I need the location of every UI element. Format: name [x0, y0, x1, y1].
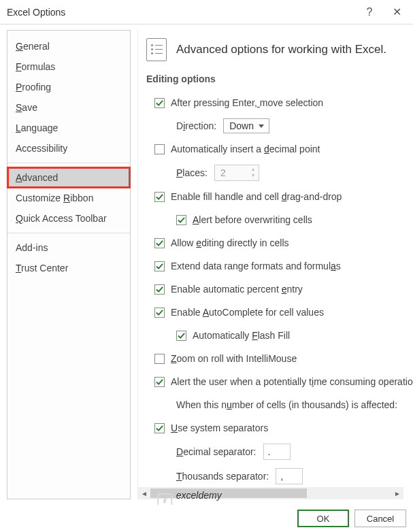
decimal-sep-input[interactable]: .: [263, 444, 291, 460]
checkbox[interactable]: [176, 331, 186, 341]
label: Direction:: [176, 120, 216, 131]
options-icon: [146, 38, 167, 61]
thousands-sep-input[interactable]: ,: [276, 468, 303, 484]
help-button[interactable]: ?: [356, 2, 383, 22]
dialog-title: Excel Options: [7, 7, 356, 18]
label: Thousands separator:: [176, 471, 269, 482]
label: Alert before overwriting cells: [193, 214, 312, 225]
sidebar-separator: [7, 233, 130, 233]
scroll-thumb[interactable]: [150, 488, 307, 498]
section-title: Editing options: [146, 73, 413, 86]
label: Use system separators: [171, 422, 268, 433]
checkbox[interactable]: [176, 215, 186, 225]
sidebar-item-trust-center[interactable]: Trust Center: [7, 258, 130, 278]
label: Automatically Flash Fill: [193, 330, 290, 341]
spin-down-icon[interactable]: ▼: [249, 173, 257, 179]
cancel-button[interactable]: Cancel: [354, 510, 406, 527]
opt-direction: Direction:Down: [146, 118, 413, 133]
sidebar-item-quick-access-toolbar[interactable]: Quick Access Toolbar: [7, 208, 130, 229]
checkbox[interactable]: [154, 284, 165, 295]
label: Automatically insert a decimal point: [171, 144, 320, 154]
sidebar-item-general[interactable]: General: [7, 36, 130, 56]
sidebar-item-language[interactable]: Language: [7, 118, 130, 138]
sidebar-item-formulas[interactable]: Formulas: [7, 56, 130, 77]
label: Enable automatic percent entry: [171, 284, 303, 295]
scroll-right-arrow-icon[interactable]: ►: [391, 487, 403, 499]
label: Decimal separator:: [176, 446, 257, 457]
sidebar-item-save[interactable]: Save: [7, 97, 130, 118]
checkbox[interactable]: [154, 354, 165, 364]
sidebar-item-advanced[interactable]: Advanced: [7, 167, 130, 188]
label: Places:: [176, 167, 208, 178]
direction-dropdown[interactable]: Down: [223, 118, 269, 133]
checkbox[interactable]: [154, 192, 165, 202]
scroll-area[interactable]: Advanced options for working with Excel.…: [138, 30, 413, 487]
scroll-left-arrow-icon[interactable]: ◄: [138, 487, 150, 499]
opt-fill-handle: Enable fill handle and cell drag-and-dro…: [146, 189, 413, 204]
category-sidebar: GeneralFormulasProofingSaveLanguageAcces…: [7, 30, 131, 499]
sidebar-item-customize-ribbon[interactable]: Customize Ribbon: [7, 188, 130, 208]
sidebar-item-add-ins[interactable]: Add-ins: [7, 237, 130, 258]
titlebar: Excel Options ? ✕: [0, 0, 413, 24]
opt-sys-sep: Use system separators: [146, 420, 413, 435]
label: Alert the user when a potentially time c…: [171, 376, 413, 387]
opt-thousands-sep: Thousands separator:,: [146, 468, 413, 484]
checkbox[interactable]: [154, 261, 165, 271]
sidebar-separator: [7, 163, 130, 163]
label: Extend data range formats and formulas: [171, 261, 341, 271]
checkbox[interactable]: [154, 238, 165, 248]
page-heading: Advanced options for working with Excel.: [176, 43, 386, 56]
opt-after-enter: After pressing Enter, move selection: [146, 95, 413, 110]
horizontal-scrollbar[interactable]: ◄ ►: [138, 487, 403, 499]
label: Zoom on roll with IntelliMouse: [171, 353, 297, 364]
opt-autocomplete: Enable AutoComplete for cell values: [146, 305, 413, 320]
sidebar-item-accessibility[interactable]: Accessibility: [7, 138, 130, 159]
checkbox[interactable]: [154, 377, 165, 387]
sidebar-item-proofing[interactable]: Proofing: [7, 77, 130, 97]
scroll-track[interactable]: [150, 487, 391, 499]
opt-alert-time: Alert the user when a potentially time c…: [146, 374, 413, 389]
opt-zoom-roll: Zoom on roll with IntelliMouse: [146, 351, 413, 366]
opt-num-cells: When this number of cells (in thousands)…: [146, 397, 413, 412]
page-header: Advanced options for working with Excel.: [146, 38, 413, 61]
main-panel: Advanced options for working with Excel.…: [137, 30, 413, 499]
label: After pressing Enter, move selection: [171, 97, 323, 108]
opt-alert-overwrite: Alert before overwriting cells: [146, 212, 413, 227]
label: Enable AutoComplete for cell values: [171, 307, 324, 318]
label: Enable fill handle and cell drag-and-dro…: [171, 191, 342, 202]
dialog-footer: OK Cancel: [0, 505, 413, 532]
checkbox[interactable]: [154, 98, 165, 108]
opt-allow-edit: Allow editing directly in cells: [146, 235, 413, 250]
checkbox[interactable]: [154, 423, 165, 433]
opt-places: Places:2▲▼: [146, 165, 413, 181]
ok-button[interactable]: OK: [297, 510, 349, 527]
places-spinner[interactable]: 2▲▼: [214, 165, 259, 181]
content-area: GeneralFormulasProofingSaveLanguageAcces…: [0, 24, 413, 505]
opt-decimal-sep: Decimal separator:.: [146, 444, 413, 460]
checkbox[interactable]: [154, 307, 165, 318]
label: Allow editing directly in cells: [171, 237, 289, 248]
close-button[interactable]: ✕: [383, 2, 410, 22]
spin-up-icon[interactable]: ▲: [249, 167, 257, 173]
opt-auto-decimal: Automatically insert a decimal point: [146, 142, 413, 156]
checkbox[interactable]: [154, 144, 165, 154]
opt-percent-entry: Enable automatic percent entry: [146, 282, 413, 297]
label: When this number of cells (in thousands)…: [176, 399, 397, 410]
opt-flash-fill: Automatically Flash Fill: [146, 328, 413, 343]
opt-extend-formats: Extend data range formats and formulas: [146, 259, 413, 273]
